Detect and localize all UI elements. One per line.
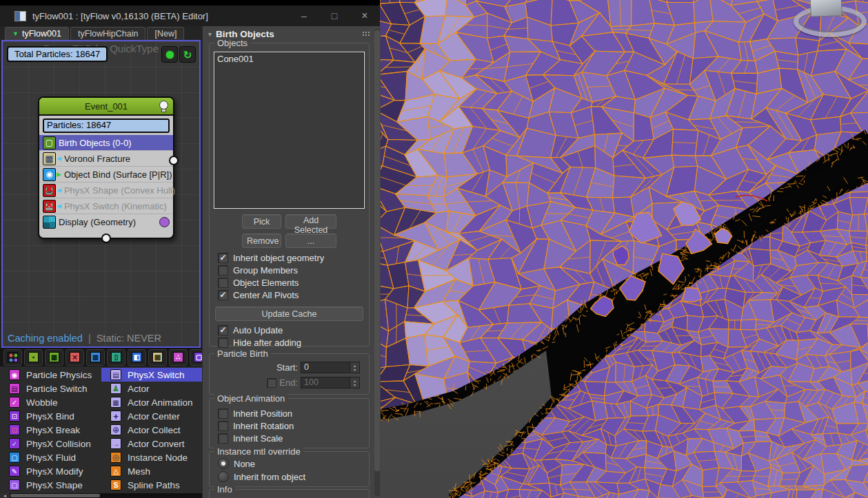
panel-scrollbar-thumb[interactable] — [374, 30, 380, 471]
radio-none[interactable]: None — [218, 458, 369, 469]
depot-item-actor-animation[interactable]: Actor Animation — [101, 395, 202, 409]
remove-button[interactable]: Remove — [242, 234, 281, 248]
objects-listbox[interactable]: Cone001 — [214, 52, 365, 209]
category-delete-button[interactable] — [65, 349, 84, 366]
pick-button[interactable]: Pick — [242, 214, 281, 229]
operator-physx-switch[interactable]: PhysX Switch (Kinematic) — [39, 198, 173, 214]
category-birth-button[interactable] — [24, 349, 43, 366]
operator-display[interactable]: Display (Geometry) — [39, 214, 173, 229]
category-material-button[interactable] — [148, 349, 167, 366]
checkbox-hide-after-adding[interactable]: Hide after adding — [218, 338, 369, 348]
depot-item-wobble[interactable]: Wobble — [0, 395, 101, 409]
radio-inherit-from-object[interactable]: Inherit from object — [218, 471, 369, 482]
checkbox-inherit-rotation[interactable]: Inherit Rotation — [218, 421, 369, 431]
start-spinner[interactable]: 0 — [301, 362, 360, 373]
minimize-button[interactable]: – — [289, 10, 319, 21]
object-list-item[interactable]: Cone001 — [214, 52, 364, 64]
scroll-left-arrow[interactable] — [0, 493, 10, 498]
radio-label: Inherit from object — [234, 472, 305, 482]
simulation-enable-button[interactable] — [161, 46, 178, 63]
depot-item-label: PhysX Modify — [26, 466, 83, 477]
viewport-canvas[interactable] — [380, 0, 868, 498]
depot-item-physx-modify[interactable]: PhysX Modify — [0, 464, 101, 478]
category-operators-button[interactable] — [45, 349, 63, 366]
flow-tab-bar: tyFlow001 tyFlowHipChain [New] — [0, 26, 202, 40]
depot-item-physx-break[interactable]: PhysX Break — [0, 423, 101, 437]
refresh-button[interactable] — [179, 46, 196, 63]
event-node[interactable]: Event_001 Particles: 18647 Birth Objects… — [38, 96, 174, 239]
more-options-button[interactable]: ... — [285, 234, 336, 248]
depot-item-actor-convert[interactable]: Actor Convert — [101, 437, 202, 450]
start-value[interactable]: 0 — [301, 362, 350, 373]
operator-voronoi-fracture[interactable]: Voronoi Fracture — [39, 150, 173, 166]
depot-item-spline-paths[interactable]: Spline Paths — [101, 478, 202, 492]
viewcube-cube[interactable]: BACK — [809, 0, 842, 17]
depot-item-actor-center[interactable]: Actor Center — [101, 409, 202, 423]
spinner-arrows-icon[interactable] — [350, 362, 359, 373]
window-titlebar[interactable]: tyFlow001 : [tyFlow v0,16130 (BETA) Edit… — [0, 6, 380, 27]
operator-birth-objects[interactable]: Birth Objects (0-0) — [39, 135, 173, 150]
event-node-header[interactable]: Event_001 — [39, 98, 173, 116]
grip-handle-icon[interactable] — [362, 31, 370, 37]
end-value[interactable]: 100 — [301, 377, 350, 388]
operator-physx-shape[interactable]: PhysX Shape (Convex Hull) — [39, 182, 173, 198]
depot-item-physx-fluid[interactable]: PhysX Fluid — [0, 450, 101, 464]
end-spinner[interactable]: 100 — [301, 377, 360, 388]
category-particles-button[interactable] — [169, 349, 188, 366]
total-particles-badge: Total Particles: 18647 — [7, 46, 108, 62]
display-color-swatch[interactable] — [159, 217, 170, 227]
depot-item-physx-collision[interactable]: PhysX Collision — [0, 437, 101, 450]
checkbox-object-elements[interactable]: Object Elements — [218, 278, 369, 288]
group-label: Objects — [214, 38, 250, 48]
viewcube-face-label: BACK — [816, 0, 836, 16]
close-button[interactable]: × — [350, 10, 380, 22]
viewcube[interactable]: BACK — [794, 0, 862, 32]
event-output-connector[interactable] — [101, 234, 111, 243]
depot-item-physx-switch[interactable]: PhysX Switch — [101, 368, 202, 382]
output-connector[interactable] — [169, 156, 179, 165]
operator-object-bind[interactable]: Object Bind (Surface [P|R]) — [39, 166, 173, 182]
depot-item-instance-node[interactable]: Instance Node — [101, 450, 202, 464]
depot-item-particle-physics[interactable]: Particle Physics — [0, 368, 101, 382]
checkbox-box — [218, 278, 228, 288]
panel-scrollbar[interactable] — [374, 29, 380, 496]
maximize-button[interactable]: □ — [319, 10, 350, 21]
tab-new-flow[interactable]: [New] — [147, 27, 184, 40]
viewport-3d[interactable]: BACK — [380, 0, 868, 498]
tab-tyflow001[interactable]: tyFlow001 — [5, 27, 69, 40]
checkbox-center-all-pivots[interactable]: Center All Pivots — [218, 290, 369, 300]
blue-grid-icon — [90, 352, 101, 362]
lightbulb-icon[interactable] — [159, 101, 168, 110]
checkbox-inherit-scale[interactable]: Inherit Scale — [218, 433, 369, 444]
checkbox-auto-update[interactable]: Auto Update — [218, 325, 369, 335]
checkbox-inherit-position[interactable]: Inherit Position — [218, 408, 369, 419]
spinner-arrows-icon[interactable] — [350, 377, 359, 388]
node-editor-canvas[interactable]: Press TAB for QuickType Total Particles:… — [1, 40, 201, 348]
end-enable-checkbox[interactable] — [267, 378, 276, 388]
tab-tyflowhipchain[interactable]: tyFlowHipChain — [70, 27, 146, 40]
depot-item-actor-collect[interactable]: Actor Collect — [101, 423, 202, 437]
checkbox-label: Inherit object geometry — [233, 253, 324, 263]
depot-scrollbar-thumb[interactable] — [10, 494, 100, 497]
checkbox-group-members[interactable]: Group Members — [218, 265, 369, 276]
depot-item-actor[interactable]: Actor — [101, 382, 202, 395]
depot-item-particle-switch[interactable]: Particle Switch — [0, 382, 101, 395]
collapse-arrow-icon[interactable] — [208, 30, 212, 38]
depot-scrollbar[interactable] — [0, 493, 202, 498]
category-all-button[interactable] — [3, 349, 22, 366]
depot-item-physx-shape[interactable]: PhysX Shape — [0, 478, 101, 492]
depot-item-label: PhysX Bind — [26, 411, 74, 422]
static-status-label: Static: NEVER — [97, 333, 161, 344]
add-selected-button[interactable]: Add Selected — [285, 214, 336, 229]
category-display-button[interactable] — [107, 349, 125, 366]
category-test-button[interactable] — [128, 349, 146, 366]
depot-item-physx-bind[interactable]: PhysX Bind — [0, 409, 101, 423]
actor-animation-icon — [110, 397, 121, 408]
physx-break-icon — [9, 424, 20, 435]
depot-item-mesh[interactable]: Mesh — [101, 464, 202, 478]
checkbox-inherit-object-geometry[interactable]: Inherit object geometry — [218, 253, 369, 263]
update-cache-button[interactable]: Update Cache — [215, 307, 363, 321]
end-frame-row: End: 100 — [210, 377, 369, 388]
physx-shape-icon — [43, 184, 56, 197]
category-shape-button[interactable] — [86, 349, 105, 366]
